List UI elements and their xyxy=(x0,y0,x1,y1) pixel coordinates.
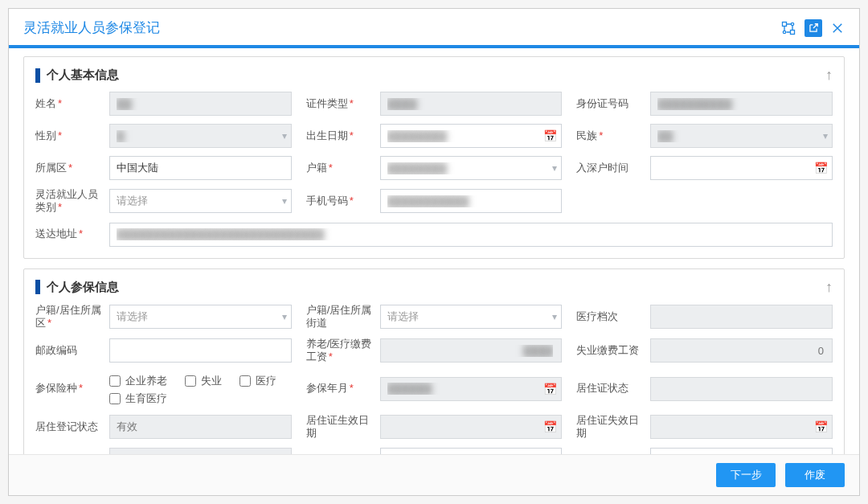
input-unemp-wage[interactable] xyxy=(650,338,833,363)
svg-point-2 xyxy=(791,23,793,25)
label-medical-level: 医疗档次 xyxy=(576,310,650,323)
select-title[interactable] xyxy=(650,448,833,454)
label-id-type: 证件类型 xyxy=(306,97,380,110)
label-hukou: 户籍 xyxy=(306,162,380,174)
label-reg-status: 居住登记状态 xyxy=(35,420,109,433)
input-permit-start[interactable] xyxy=(380,415,563,439)
section-title-text: 个人参保信息 xyxy=(47,280,119,295)
input-pension-wage[interactable] xyxy=(380,338,563,363)
input-job-form[interactable] xyxy=(109,448,292,454)
select-hukou[interactable] xyxy=(380,156,563,180)
label-permit-end: 居住证失效日期 xyxy=(576,414,650,440)
collapse-icon[interactable]: ↑ xyxy=(825,67,833,84)
label-dob: 出生日期 xyxy=(306,129,380,142)
label-title: 职称 xyxy=(576,453,650,454)
label-sz-time: 入深户时间 xyxy=(576,162,650,174)
label-name: 姓名 xyxy=(35,97,109,110)
section-title-basic: 个人基本信息 xyxy=(35,68,119,83)
input-insured-ym[interactable] xyxy=(380,377,563,401)
input-permit-end[interactable] xyxy=(650,415,833,439)
label-insured-types: 参保险种 xyxy=(35,382,109,395)
flow-icon[interactable] xyxy=(780,20,796,36)
label-gender: 性别 xyxy=(35,129,109,142)
check-pension[interactable]: 企业养老 xyxy=(109,374,167,388)
label-ethnicity: 民族 xyxy=(576,129,650,142)
discard-button[interactable]: 作废 xyxy=(785,463,845,487)
title-bar: 灵活就业人员参保登记 xyxy=(9,9,859,48)
dialog-title: 灵活就业人员参保登记 xyxy=(23,18,160,37)
insured-types-group: 企业养老 失业 医疗 生育医疗 xyxy=(109,372,292,406)
check-maternity[interactable]: 生育医疗 xyxy=(109,391,167,406)
section-insurance-info: 个人参保信息 ↑ 户籍/居住所属区 ▾ 户籍/居住所属街道 ▾ 医疗档次 邮政编… xyxy=(23,268,845,455)
label-category: 灵活就业人员类别 xyxy=(35,188,109,215)
input-medical-level[interactable] xyxy=(650,305,833,329)
section-title-text: 个人基本信息 xyxy=(47,68,119,83)
label-street: 户籍/居住所属街道 xyxy=(306,304,380,330)
select-district[interactable] xyxy=(109,305,292,329)
label-unemp-wage: 失业缴费工资 xyxy=(576,344,650,357)
check-unemployment[interactable]: 失业 xyxy=(185,374,222,388)
label-edu: 学历 xyxy=(306,453,380,454)
label-address: 送达地址 xyxy=(35,227,109,240)
label-pension-wage: 养老/医疗缴费工资 xyxy=(306,338,380,364)
label-id-no: 身份证号码 xyxy=(576,97,650,110)
svg-rect-0 xyxy=(783,22,787,26)
title-actions xyxy=(780,19,845,37)
close-icon[interactable] xyxy=(830,21,845,35)
section-personal-basic: 个人基本信息 ↑ 姓名 证件类型 身份证号码 性别 ▾ 出生日期 📅 xyxy=(23,56,845,259)
export-icon[interactable] xyxy=(805,19,822,37)
select-street[interactable] xyxy=(380,305,563,329)
label-district: 户籍/居住所属区 xyxy=(35,304,109,330)
input-region[interactable] xyxy=(109,156,292,180)
input-id-type[interactable] xyxy=(380,92,563,116)
label-postcode: 邮政编码 xyxy=(35,344,109,357)
label-job-form: 就业形式 xyxy=(35,453,109,454)
input-sz-time[interactable] xyxy=(650,156,833,180)
check-medical[interactable]: 医疗 xyxy=(240,374,276,388)
input-id-no[interactable] xyxy=(650,92,833,116)
input-dob[interactable] xyxy=(380,124,563,148)
footer-bar: 下一步 作废 xyxy=(9,454,859,495)
select-edu[interactable] xyxy=(380,448,563,454)
label-phone: 手机号码 xyxy=(306,195,380,207)
input-reg-status[interactable] xyxy=(109,415,292,439)
input-phone[interactable] xyxy=(380,189,563,213)
input-name[interactable] xyxy=(109,92,292,116)
input-address[interactable] xyxy=(109,223,833,247)
content-area: 个人基本信息 ↑ 姓名 证件类型 身份证号码 性别 ▾ 出生日期 📅 xyxy=(9,48,859,454)
select-gender[interactable] xyxy=(109,124,292,148)
svg-point-3 xyxy=(783,31,785,33)
select-ethnicity[interactable] xyxy=(650,124,833,148)
dialog: 灵活就业人员参保登记 xyxy=(8,8,860,496)
label-permit-status: 居住证状态 xyxy=(576,382,650,395)
input-postcode[interactable] xyxy=(109,338,292,363)
input-permit-status[interactable] xyxy=(650,377,833,401)
label-insured-ym: 参保年月 xyxy=(306,382,380,395)
next-button[interactable]: 下一步 xyxy=(716,463,776,487)
select-category[interactable] xyxy=(109,189,292,213)
section-title-insurance: 个人参保信息 xyxy=(35,280,119,295)
collapse-icon[interactable]: ↑ xyxy=(825,279,833,296)
svg-rect-1 xyxy=(791,30,795,34)
label-permit-start: 居住证生效日期 xyxy=(306,414,380,440)
label-region: 所属区 xyxy=(35,162,109,174)
